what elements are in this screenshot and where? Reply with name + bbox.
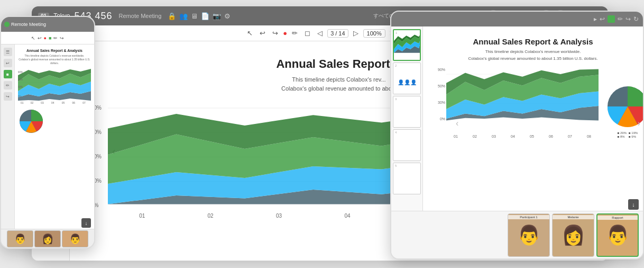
face-1-emoji: 👨 xyxy=(517,224,541,246)
tablet-toolbar-arrow[interactable]: ▸ xyxy=(594,15,597,23)
phone-toolbar: ↖ ↩ ● ■ ✏ ↪ xyxy=(1,32,94,44)
tablet-toolbar-undo[interactable]: ↩ xyxy=(600,15,605,23)
tablet-thumb-2-num: 2 xyxy=(395,64,397,67)
phone-chart: 01 02 03 04 05 06 07 90% 50% 30% 0% xyxy=(18,68,91,105)
phone-pie-area xyxy=(18,108,91,135)
phone-doc-title: Annual Sales Report & Analysis xyxy=(18,49,91,52)
svg-text:90%: 90% xyxy=(18,71,23,74)
tablet-face-1: 👨 Participant 1 xyxy=(508,213,550,257)
tablet-x-labels: 01 02 03 04 05 06 07 08 xyxy=(446,135,599,138)
phone-main: Annual Sales Report & Analysis This time… xyxy=(15,44,94,229)
face-3-emoji: 👨 xyxy=(606,224,630,246)
tablet-face-3: 👨 Rapport xyxy=(596,213,639,257)
svg-text:01: 01 xyxy=(21,102,24,104)
down-icon: ↓ xyxy=(85,220,88,226)
phone-face-3: 👨 xyxy=(62,230,88,247)
phone-down-btn[interactable]: ↓ xyxy=(81,218,91,228)
phone-sidebar-pencil[interactable]: ✏ xyxy=(4,81,12,90)
legend-4: ■ 9% xyxy=(629,135,638,138)
tablet-pie-legend: ■ 29% ■ 19% ■ 8% ■ 9% xyxy=(618,131,638,138)
tablet-thumb-1[interactable]: 1 xyxy=(393,29,421,61)
phone-sidebar: ☰ ↩ ■ ✏ ↪ xyxy=(1,44,15,229)
phone-sidebar-green[interactable]: ■ xyxy=(4,70,12,78)
phone-footer: 👨 👩 👨 xyxy=(1,229,94,248)
tablet-main: ‹ › Annual Sales Report & Analysis This … xyxy=(423,26,643,211)
tablet-content: 1 2 👤👤👤 3 xyxy=(391,26,643,211)
tablet-y-labels: 90% 50% 30% 0% xyxy=(434,68,446,121)
eraser-tool[interactable]: ◻ xyxy=(302,28,312,38)
phone-header: Remote Meeting xyxy=(1,17,94,32)
tablet-nav-left[interactable]: ‹ xyxy=(456,119,458,128)
next-page-btn[interactable]: ▷ xyxy=(351,28,361,38)
tablet-device: ▸ ↩ ✏ ↪ ↻ 1 2 👤👤👤 3 xyxy=(390,11,644,260)
zoom-control[interactable]: 100% xyxy=(363,29,385,38)
tablet-doc-title: Annual Sales Report & Analysis xyxy=(434,37,632,46)
page-sep: / xyxy=(335,30,337,37)
face-2-emoji: 👩 xyxy=(562,224,585,246)
tablet-toolbar: ▸ ↩ ✏ ↪ ↻ xyxy=(391,12,643,26)
tablet-face-2-label: Melanie xyxy=(553,215,594,219)
tablet-thumb-1-num: 1 xyxy=(395,31,397,34)
phone-sidebar-menu[interactable]: ☰ xyxy=(4,48,12,56)
svg-text:06: 06 xyxy=(72,102,76,104)
phone-toolbar-pointer[interactable]: ↖ xyxy=(31,35,35,41)
svg-text:04: 04 xyxy=(51,102,54,104)
tablet-down-icon: ↓ xyxy=(632,201,635,208)
undo-btn[interactable]: ↩ xyxy=(257,28,268,38)
svg-text:07: 07 xyxy=(82,102,86,104)
phone-device: Remote Meeting ↖ ↩ ● ■ ✏ ↪ ☰ ↩ ■ ✏ ↪ Ann… xyxy=(0,16,95,249)
phone-sidebar-undo[interactable]: ↩ xyxy=(4,59,12,67)
svg-text:03: 03 xyxy=(41,102,44,104)
doc-icon: 📄 xyxy=(201,12,209,20)
x-04: 04 xyxy=(344,213,350,219)
tablet-pie-area: ■ 29% ■ 19% ■ 8% ■ 9% xyxy=(604,83,643,138)
phone-status-dot xyxy=(4,22,10,27)
phone-toolbar-redo[interactable]: ↪ xyxy=(60,35,64,41)
phone-sidebar-redo[interactable]: ↪ xyxy=(4,92,12,101)
tablet-thumb-1-chart xyxy=(394,34,420,56)
phone-toolbar-green[interactable]: ■ xyxy=(49,35,51,41)
redo-btn[interactable]: ↪ xyxy=(270,28,280,38)
page-total: 14 xyxy=(338,30,345,37)
tablet-thumb-2[interactable]: 2 👤👤👤 xyxy=(393,62,421,94)
phone-toolbar-pen[interactable]: ✏ xyxy=(53,35,58,41)
page-current: 3 xyxy=(330,30,334,37)
tablet-thumb-3[interactable]: 3 xyxy=(393,96,421,128)
tablet-toolbar-pen[interactable]: ✏ xyxy=(618,15,623,23)
phone-content: ☰ ↩ ■ ✏ ↪ Annual Sales Report & Analysis… xyxy=(1,44,94,229)
tablet-toolbar-green[interactable] xyxy=(608,15,615,23)
tablet-charts-row: 90% 50% 30% 0% xyxy=(434,68,632,138)
pointer-tool[interactable]: ↖ xyxy=(245,28,255,38)
tablet-toolbar-redo2[interactable]: ↻ xyxy=(633,15,639,23)
svg-text:50%: 50% xyxy=(18,78,23,81)
legend-1: ■ 29% xyxy=(618,131,627,135)
screen-icon: 🖥 xyxy=(191,12,198,20)
tablet-area-chart-svg xyxy=(446,68,599,131)
settings-icon: ⚙ xyxy=(224,12,231,20)
pen-tool[interactable]: ✏ xyxy=(290,28,300,38)
tablet-thumb-5-num: 5 xyxy=(395,164,397,167)
tablet-area-chart-container: 01 02 03 04 05 06 07 08 xyxy=(446,68,599,138)
tablet-toolbar-redo[interactable]: ↪ xyxy=(625,15,631,23)
svg-text:30%: 30% xyxy=(18,86,23,88)
tablet-down-btn[interactable]: ↓ xyxy=(628,199,639,210)
phone-face-2: 👩 xyxy=(34,230,61,247)
page-nav: 3 / 14 xyxy=(327,29,348,38)
phone-doc-sub: This timeline depicts Colabox's revenue … xyxy=(18,54,91,65)
red-dot[interactable]: ● xyxy=(283,29,287,37)
tablet-thumb-5[interactable]: 5 xyxy=(393,163,421,194)
x-02: 02 xyxy=(208,213,214,219)
phone-toolbar-dot[interactable]: ● xyxy=(44,35,47,41)
legend-2: ■ 19% xyxy=(629,131,638,135)
tablet-nav-right[interactable]: › xyxy=(638,119,640,128)
tablet-thumb-4[interactable]: 4 xyxy=(393,129,421,161)
titlebar-meeting: Remote Meeting xyxy=(119,13,162,19)
tablet-footer: 👨 Participant 1 👩 Melanie 👨 Rapport xyxy=(391,211,643,258)
prev-page-btn[interactable]: ◁ xyxy=(315,28,325,38)
phone-toolbar-undo[interactable]: ↩ xyxy=(38,35,42,41)
legend-3: ■ 8% xyxy=(618,135,627,138)
tablet-doc-sub: This timeline depicts Colabox's revenue … xyxy=(434,49,632,62)
tablet-face-2: 👩 Melanie xyxy=(552,213,594,257)
tablet-thumb-3-num: 3 xyxy=(395,97,397,101)
x-03: 03 xyxy=(276,213,282,219)
